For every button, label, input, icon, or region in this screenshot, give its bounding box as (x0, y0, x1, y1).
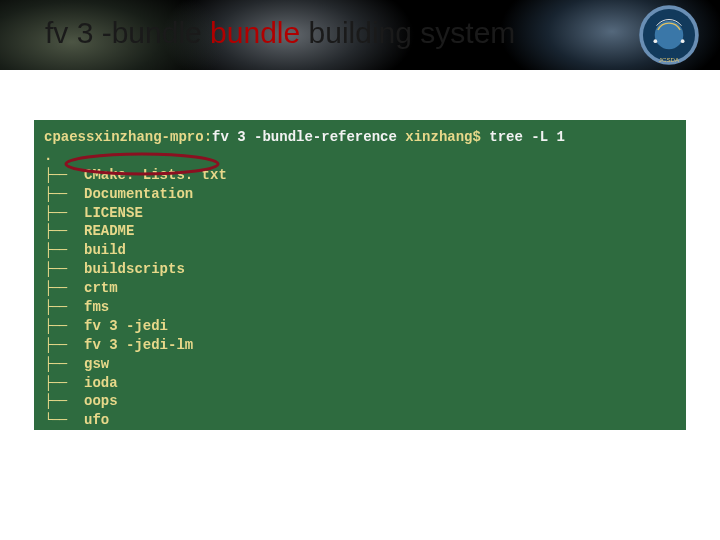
tree-root: . (44, 147, 676, 166)
tree-branch-icon: ├── (44, 355, 84, 374)
tree-entry: Documentation (84, 185, 193, 204)
tree-branch-icon: ├── (44, 317, 84, 336)
tree-entry: ufo (84, 411, 109, 430)
tree-entry: LICENSE (84, 204, 143, 223)
tree-branch-icon: ├── (44, 166, 84, 185)
tree-line: ├──gsw (44, 355, 676, 374)
tree-entry: ioda (84, 374, 118, 393)
tree-entry: build (84, 241, 126, 260)
svg-point-3 (654, 39, 658, 43)
title-part-red: bundle (210, 16, 300, 49)
terminal-window: cpaessxinzhang-mpro:fv 3 -bundle-referen… (34, 120, 686, 430)
tree-branch-icon: ├── (44, 241, 84, 260)
tree-line: ├──build (44, 241, 676, 260)
tree-line: ├──ioda (44, 374, 676, 393)
tree-entry: oops (84, 392, 118, 411)
command-text: tree -L 1 (489, 129, 565, 145)
title-part-3: building system (300, 16, 515, 49)
tree-entry: fms (84, 298, 109, 317)
tree-branch-icon: ├── (44, 185, 84, 204)
tree-line: ├──Documentation (44, 185, 676, 204)
tree-branch-icon: ├── (44, 298, 84, 317)
tree-entry: buildscripts (84, 260, 185, 279)
tree-entry: fv 3 -jedi (84, 317, 168, 336)
prompt-dir: fv 3 -bundle-reference (212, 129, 397, 145)
tree-line: ├──README (44, 222, 676, 241)
tree-line: ├──buildscripts (44, 260, 676, 279)
tree-entry: fv 3 -jedi-lm (84, 336, 193, 355)
tree-entry: crtm (84, 279, 118, 298)
title-part-1: fv 3 -bundle (45, 16, 210, 49)
tree-line: ├──crtm (44, 279, 676, 298)
tree-branch-icon: ├── (44, 222, 84, 241)
slide-header: fv 3 -bundle bundle building system JCSD… (0, 0, 720, 70)
tree-entry: README (84, 222, 134, 241)
slide-title: fv 3 -bundle bundle building system (45, 16, 515, 50)
tree-branch-icon: ├── (44, 279, 84, 298)
tree-line: ├──CMake. Lists. txt (44, 166, 676, 185)
prompt-user: xinzhang$ (397, 129, 489, 145)
prompt-host: cpaessxinzhang-mpro: (44, 129, 212, 145)
svg-point-2 (655, 21, 684, 50)
tree-line: └──ufo (44, 411, 676, 430)
tree-line: ├──fms (44, 298, 676, 317)
tree-line: ├──oops (44, 392, 676, 411)
tree-line: ├──fv 3 -jedi (44, 317, 676, 336)
tree-branch-icon: ├── (44, 204, 84, 223)
tree-line: ├──LICENSE (44, 204, 676, 223)
svg-point-4 (681, 39, 685, 43)
tree-branch-icon: ├── (44, 392, 84, 411)
jcsda-logo: JCSDA (638, 4, 700, 66)
tree-branch-icon: ├── (44, 336, 84, 355)
tree-line: ├──fv 3 -jedi-lm (44, 336, 676, 355)
tree-listing: ├──CMake. Lists. txt├──Documentation├──L… (44, 166, 676, 430)
tree-branch-icon: ├── (44, 260, 84, 279)
svg-text:JCSDA: JCSDA (659, 56, 680, 63)
tree-branch-icon: ├── (44, 374, 84, 393)
tree-branch-icon: └── (44, 411, 84, 430)
tree-entry: CMake. Lists. txt (84, 166, 227, 185)
prompt-line: cpaessxinzhang-mpro:fv 3 -bundle-referen… (44, 128, 676, 147)
tree-entry: gsw (84, 355, 109, 374)
